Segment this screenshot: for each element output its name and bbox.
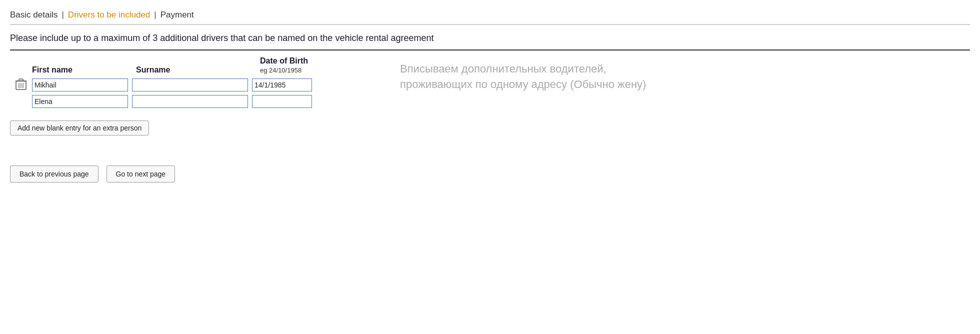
driver-rows: [10, 78, 360, 110]
add-blank-entry-button[interactable]: Add new blank entry for an extra person: [10, 120, 149, 136]
form-left: First name Surname Date of Birth eg 24/1…: [10, 56, 360, 136]
breadcrumb-drivers[interactable]: Drivers to be included: [68, 10, 150, 20]
surname-input-1[interactable]: [132, 78, 248, 92]
firstname-input-2[interactable]: [32, 95, 128, 108]
dob-example: eg 24/10/1958: [260, 66, 302, 74]
back-button[interactable]: Back to previous page: [10, 166, 98, 182]
header-surname: Surname: [136, 66, 256, 74]
firstname-input-1[interactable]: [32, 78, 128, 92]
driver-row: [10, 78, 360, 92]
next-button[interactable]: Go to next page: [106, 166, 176, 182]
header-dob: Date of Birth eg 24/10/1958: [260, 56, 360, 74]
row-inputs-2: [32, 95, 312, 108]
helper-text: Вписываем дополнительных водителей, прож…: [400, 56, 650, 92]
breadcrumb-sep-1: |: [62, 10, 64, 20]
page-wrapper: Basic details | Drivers to be included |…: [0, 0, 980, 192]
breadcrumb: Basic details | Drivers to be included |…: [10, 5, 970, 25]
dob-input-1[interactable]: [252, 78, 312, 92]
delete-icon-cell: [10, 78, 32, 92]
breadcrumb-basic-details[interactable]: Basic details: [10, 10, 58, 20]
delete-icon-cell-2: [10, 94, 32, 108]
delete-driver-icon[interactable]: [16, 78, 26, 92]
form-headers: First name Surname Date of Birth eg 24/1…: [10, 56, 360, 74]
dob-input-2[interactable]: [252, 95, 312, 108]
instruction-text: Please include up to a maximum of 3 addi…: [10, 33, 970, 50]
header-firstname: First name: [32, 66, 132, 74]
breadcrumb-payment[interactable]: Payment: [160, 10, 194, 20]
breadcrumb-sep-2: |: [154, 10, 156, 20]
driver-row: [10, 94, 360, 108]
surname-input-2[interactable]: [132, 95, 248, 108]
row-inputs-1: [32, 78, 312, 92]
nav-buttons: Back to previous page Go to next page: [10, 166, 970, 182]
form-area: First name Surname Date of Birth eg 24/1…: [10, 56, 970, 136]
